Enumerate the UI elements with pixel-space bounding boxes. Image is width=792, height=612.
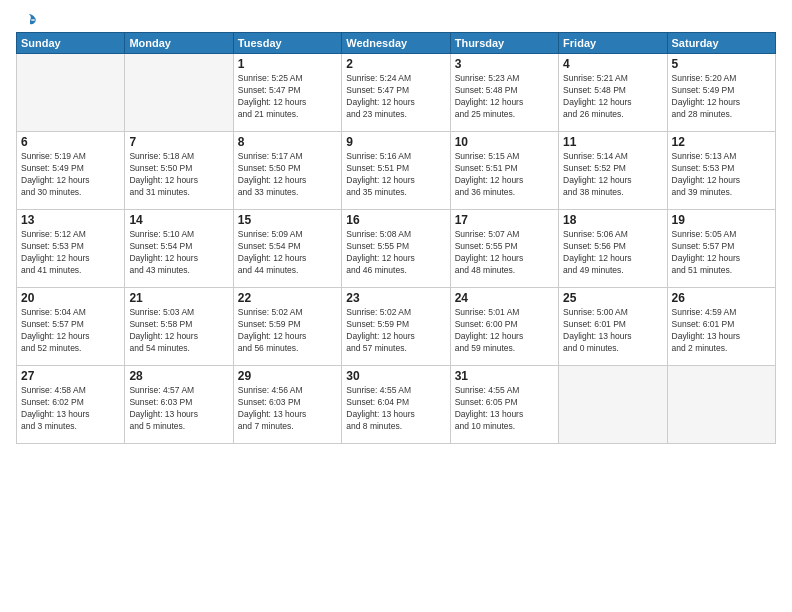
day-number: 30 — [346, 369, 445, 383]
day-number: 22 — [238, 291, 337, 305]
day-number: 8 — [238, 135, 337, 149]
day-number: 2 — [346, 57, 445, 71]
day-number: 9 — [346, 135, 445, 149]
day-info: Sunrise: 5:04 AM Sunset: 5:57 PM Dayligh… — [21, 307, 120, 355]
day-info: Sunrise: 5:07 AM Sunset: 5:55 PM Dayligh… — [455, 229, 554, 277]
calendar-cell: 8Sunrise: 5:17 AM Sunset: 5:50 PM Daylig… — [233, 132, 341, 210]
day-number: 10 — [455, 135, 554, 149]
day-info: Sunrise: 5:01 AM Sunset: 6:00 PM Dayligh… — [455, 307, 554, 355]
calendar-cell: 27Sunrise: 4:58 AM Sunset: 6:02 PM Dayli… — [17, 366, 125, 444]
calendar-cell: 13Sunrise: 5:12 AM Sunset: 5:53 PM Dayli… — [17, 210, 125, 288]
day-number: 15 — [238, 213, 337, 227]
weekday-header-friday: Friday — [559, 33, 667, 54]
day-info: Sunrise: 5:09 AM Sunset: 5:54 PM Dayligh… — [238, 229, 337, 277]
day-number: 20 — [21, 291, 120, 305]
day-number: 29 — [238, 369, 337, 383]
day-number: 14 — [129, 213, 228, 227]
calendar-cell: 14Sunrise: 5:10 AM Sunset: 5:54 PM Dayli… — [125, 210, 233, 288]
calendar-cell: 28Sunrise: 4:57 AM Sunset: 6:03 PM Dayli… — [125, 366, 233, 444]
calendar-cell: 29Sunrise: 4:56 AM Sunset: 6:03 PM Dayli… — [233, 366, 341, 444]
day-number: 16 — [346, 213, 445, 227]
calendar-container: SundayMondayTuesdayWednesdayThursdayFrid… — [0, 0, 792, 612]
calendar-cell — [125, 54, 233, 132]
day-info: Sunrise: 5:25 AM Sunset: 5:47 PM Dayligh… — [238, 73, 337, 121]
week-row-0: 1Sunrise: 5:25 AM Sunset: 5:47 PM Daylig… — [17, 54, 776, 132]
weekday-header-row: SundayMondayTuesdayWednesdayThursdayFrid… — [17, 33, 776, 54]
day-number: 6 — [21, 135, 120, 149]
day-number: 23 — [346, 291, 445, 305]
day-info: Sunrise: 5:00 AM Sunset: 6:01 PM Dayligh… — [563, 307, 662, 355]
calendar-cell: 17Sunrise: 5:07 AM Sunset: 5:55 PM Dayli… — [450, 210, 558, 288]
day-info: Sunrise: 5:12 AM Sunset: 5:53 PM Dayligh… — [21, 229, 120, 277]
day-number: 17 — [455, 213, 554, 227]
day-info: Sunrise: 5:15 AM Sunset: 5:51 PM Dayligh… — [455, 151, 554, 199]
calendar-cell: 11Sunrise: 5:14 AM Sunset: 5:52 PM Dayli… — [559, 132, 667, 210]
weekday-header-tuesday: Tuesday — [233, 33, 341, 54]
day-info: Sunrise: 4:56 AM Sunset: 6:03 PM Dayligh… — [238, 385, 337, 433]
calendar-cell: 20Sunrise: 5:04 AM Sunset: 5:57 PM Dayli… — [17, 288, 125, 366]
day-info: Sunrise: 4:57 AM Sunset: 6:03 PM Dayligh… — [129, 385, 228, 433]
day-number: 13 — [21, 213, 120, 227]
calendar-cell: 2Sunrise: 5:24 AM Sunset: 5:47 PM Daylig… — [342, 54, 450, 132]
week-row-3: 20Sunrise: 5:04 AM Sunset: 5:57 PM Dayli… — [17, 288, 776, 366]
calendar-cell: 3Sunrise: 5:23 AM Sunset: 5:48 PM Daylig… — [450, 54, 558, 132]
day-info: Sunrise: 5:10 AM Sunset: 5:54 PM Dayligh… — [129, 229, 228, 277]
day-info: Sunrise: 5:02 AM Sunset: 5:59 PM Dayligh… — [238, 307, 337, 355]
weekday-header-sunday: Sunday — [17, 33, 125, 54]
calendar-cell: 9Sunrise: 5:16 AM Sunset: 5:51 PM Daylig… — [342, 132, 450, 210]
day-info: Sunrise: 5:18 AM Sunset: 5:50 PM Dayligh… — [129, 151, 228, 199]
calendar-cell: 6Sunrise: 5:19 AM Sunset: 5:49 PM Daylig… — [17, 132, 125, 210]
weekday-header-monday: Monday — [125, 33, 233, 54]
weekday-header-wednesday: Wednesday — [342, 33, 450, 54]
calendar-cell: 16Sunrise: 5:08 AM Sunset: 5:55 PM Dayli… — [342, 210, 450, 288]
calendar-cell: 15Sunrise: 5:09 AM Sunset: 5:54 PM Dayli… — [233, 210, 341, 288]
day-info: Sunrise: 4:55 AM Sunset: 6:05 PM Dayligh… — [455, 385, 554, 433]
day-info: Sunrise: 5:13 AM Sunset: 5:53 PM Dayligh… — [672, 151, 771, 199]
calendar-cell: 10Sunrise: 5:15 AM Sunset: 5:51 PM Dayli… — [450, 132, 558, 210]
day-info: Sunrise: 5:03 AM Sunset: 5:58 PM Dayligh… — [129, 307, 228, 355]
logo — [16, 12, 38, 26]
day-info: Sunrise: 5:14 AM Sunset: 5:52 PM Dayligh… — [563, 151, 662, 199]
day-number: 24 — [455, 291, 554, 305]
week-row-4: 27Sunrise: 4:58 AM Sunset: 6:02 PM Dayli… — [17, 366, 776, 444]
day-number: 3 — [455, 57, 554, 71]
day-number: 11 — [563, 135, 662, 149]
calendar-cell: 24Sunrise: 5:01 AM Sunset: 6:00 PM Dayli… — [450, 288, 558, 366]
day-info: Sunrise: 5:08 AM Sunset: 5:55 PM Dayligh… — [346, 229, 445, 277]
calendar-cell — [17, 54, 125, 132]
day-info: Sunrise: 5:02 AM Sunset: 5:59 PM Dayligh… — [346, 307, 445, 355]
calendar-cell: 31Sunrise: 4:55 AM Sunset: 6:05 PM Dayli… — [450, 366, 558, 444]
calendar-cell — [559, 366, 667, 444]
day-number: 26 — [672, 291, 771, 305]
day-info: Sunrise: 5:05 AM Sunset: 5:57 PM Dayligh… — [672, 229, 771, 277]
day-info: Sunrise: 4:55 AM Sunset: 6:04 PM Dayligh… — [346, 385, 445, 433]
day-info: Sunrise: 5:21 AM Sunset: 5:48 PM Dayligh… — [563, 73, 662, 121]
day-number: 1 — [238, 57, 337, 71]
day-number: 21 — [129, 291, 228, 305]
calendar-cell: 22Sunrise: 5:02 AM Sunset: 5:59 PM Dayli… — [233, 288, 341, 366]
day-number: 7 — [129, 135, 228, 149]
calendar-table: SundayMondayTuesdayWednesdayThursdayFrid… — [16, 32, 776, 444]
day-info: Sunrise: 5:24 AM Sunset: 5:47 PM Dayligh… — [346, 73, 445, 121]
day-info: Sunrise: 4:59 AM Sunset: 6:01 PM Dayligh… — [672, 307, 771, 355]
calendar-cell: 23Sunrise: 5:02 AM Sunset: 5:59 PM Dayli… — [342, 288, 450, 366]
calendar-cell — [667, 366, 775, 444]
day-number: 25 — [563, 291, 662, 305]
header — [16, 12, 776, 26]
day-number: 18 — [563, 213, 662, 227]
day-info: Sunrise: 5:23 AM Sunset: 5:48 PM Dayligh… — [455, 73, 554, 121]
day-info: Sunrise: 5:16 AM Sunset: 5:51 PM Dayligh… — [346, 151, 445, 199]
day-number: 12 — [672, 135, 771, 149]
day-number: 4 — [563, 57, 662, 71]
logo-bird-icon — [20, 12, 38, 30]
calendar-cell: 26Sunrise: 4:59 AM Sunset: 6:01 PM Dayli… — [667, 288, 775, 366]
weekday-header-saturday: Saturday — [667, 33, 775, 54]
calendar-cell: 21Sunrise: 5:03 AM Sunset: 5:58 PM Dayli… — [125, 288, 233, 366]
week-row-2: 13Sunrise: 5:12 AM Sunset: 5:53 PM Dayli… — [17, 210, 776, 288]
calendar-cell: 4Sunrise: 5:21 AM Sunset: 5:48 PM Daylig… — [559, 54, 667, 132]
day-info: Sunrise: 5:20 AM Sunset: 5:49 PM Dayligh… — [672, 73, 771, 121]
weekday-header-thursday: Thursday — [450, 33, 558, 54]
calendar-cell: 25Sunrise: 5:00 AM Sunset: 6:01 PM Dayli… — [559, 288, 667, 366]
day-info: Sunrise: 5:17 AM Sunset: 5:50 PM Dayligh… — [238, 151, 337, 199]
calendar-cell: 1Sunrise: 5:25 AM Sunset: 5:47 PM Daylig… — [233, 54, 341, 132]
